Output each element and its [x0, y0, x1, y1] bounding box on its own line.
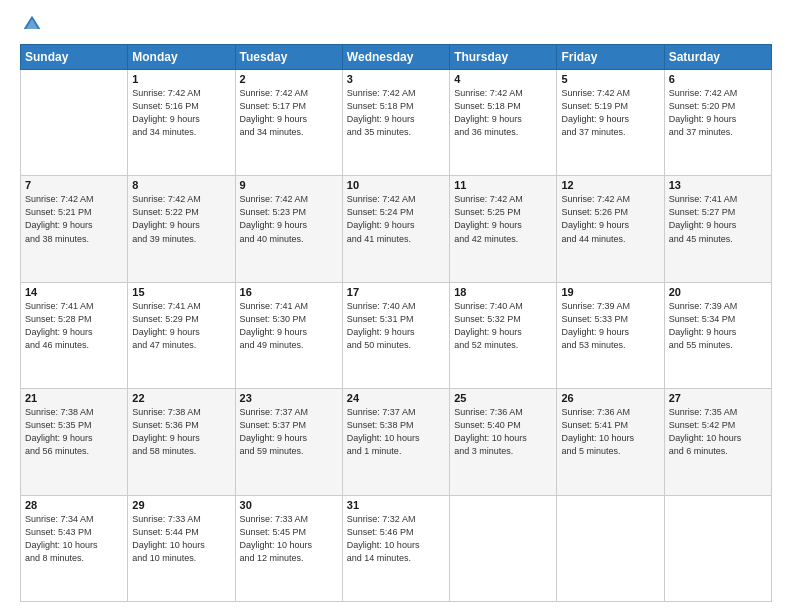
calendar-cell: 21Sunrise: 7:38 AMSunset: 5:35 PMDayligh… — [21, 389, 128, 495]
day-number: 8 — [132, 179, 230, 191]
day-info: Sunrise: 7:42 AMSunset: 5:20 PMDaylight:… — [669, 87, 767, 139]
day-number: 19 — [561, 286, 659, 298]
week-row-1: 1Sunrise: 7:42 AMSunset: 5:16 PMDaylight… — [21, 70, 772, 176]
day-number: 21 — [25, 392, 123, 404]
calendar-cell: 16Sunrise: 7:41 AMSunset: 5:30 PMDayligh… — [235, 282, 342, 388]
calendar-cell: 10Sunrise: 7:42 AMSunset: 5:24 PMDayligh… — [342, 176, 449, 282]
day-number: 31 — [347, 499, 445, 511]
day-number: 7 — [25, 179, 123, 191]
day-info: Sunrise: 7:33 AMSunset: 5:45 PMDaylight:… — [240, 513, 338, 565]
day-number: 27 — [669, 392, 767, 404]
day-number: 1 — [132, 73, 230, 85]
calendar-cell: 30Sunrise: 7:33 AMSunset: 5:45 PMDayligh… — [235, 495, 342, 601]
day-info: Sunrise: 7:41 AMSunset: 5:29 PMDaylight:… — [132, 300, 230, 352]
day-info: Sunrise: 7:42 AMSunset: 5:24 PMDaylight:… — [347, 193, 445, 245]
calendar-cell: 31Sunrise: 7:32 AMSunset: 5:46 PMDayligh… — [342, 495, 449, 601]
day-info: Sunrise: 7:42 AMSunset: 5:18 PMDaylight:… — [347, 87, 445, 139]
page: SundayMondayTuesdayWednesdayThursdayFrid… — [0, 0, 792, 612]
calendar-cell: 14Sunrise: 7:41 AMSunset: 5:28 PMDayligh… — [21, 282, 128, 388]
day-info: Sunrise: 7:37 AMSunset: 5:37 PMDaylight:… — [240, 406, 338, 458]
day-header-monday: Monday — [128, 45, 235, 70]
day-info: Sunrise: 7:42 AMSunset: 5:18 PMDaylight:… — [454, 87, 552, 139]
day-info: Sunrise: 7:39 AMSunset: 5:34 PMDaylight:… — [669, 300, 767, 352]
calendar-cell: 28Sunrise: 7:34 AMSunset: 5:43 PMDayligh… — [21, 495, 128, 601]
day-number: 13 — [669, 179, 767, 191]
day-info: Sunrise: 7:40 AMSunset: 5:31 PMDaylight:… — [347, 300, 445, 352]
logo — [20, 18, 42, 34]
day-info: Sunrise: 7:33 AMSunset: 5:44 PMDaylight:… — [132, 513, 230, 565]
calendar-cell: 24Sunrise: 7:37 AMSunset: 5:38 PMDayligh… — [342, 389, 449, 495]
day-info: Sunrise: 7:42 AMSunset: 5:26 PMDaylight:… — [561, 193, 659, 245]
day-number: 4 — [454, 73, 552, 85]
day-number: 18 — [454, 286, 552, 298]
day-number: 14 — [25, 286, 123, 298]
day-number: 5 — [561, 73, 659, 85]
week-row-4: 21Sunrise: 7:38 AMSunset: 5:35 PMDayligh… — [21, 389, 772, 495]
calendar-cell: 17Sunrise: 7:40 AMSunset: 5:31 PMDayligh… — [342, 282, 449, 388]
calendar-cell: 26Sunrise: 7:36 AMSunset: 5:41 PMDayligh… — [557, 389, 664, 495]
calendar-cell: 12Sunrise: 7:42 AMSunset: 5:26 PMDayligh… — [557, 176, 664, 282]
day-info: Sunrise: 7:38 AMSunset: 5:36 PMDaylight:… — [132, 406, 230, 458]
calendar-cell: 27Sunrise: 7:35 AMSunset: 5:42 PMDayligh… — [664, 389, 771, 495]
calendar-cell: 6Sunrise: 7:42 AMSunset: 5:20 PMDaylight… — [664, 70, 771, 176]
day-info: Sunrise: 7:42 AMSunset: 5:23 PMDaylight:… — [240, 193, 338, 245]
calendar-cell: 7Sunrise: 7:42 AMSunset: 5:21 PMDaylight… — [21, 176, 128, 282]
day-number: 6 — [669, 73, 767, 85]
day-info: Sunrise: 7:32 AMSunset: 5:46 PMDaylight:… — [347, 513, 445, 565]
calendar-cell: 18Sunrise: 7:40 AMSunset: 5:32 PMDayligh… — [450, 282, 557, 388]
calendar-cell: 23Sunrise: 7:37 AMSunset: 5:37 PMDayligh… — [235, 389, 342, 495]
day-number: 26 — [561, 392, 659, 404]
day-number: 10 — [347, 179, 445, 191]
day-info: Sunrise: 7:42 AMSunset: 5:21 PMDaylight:… — [25, 193, 123, 245]
day-info: Sunrise: 7:42 AMSunset: 5:25 PMDaylight:… — [454, 193, 552, 245]
day-header-sunday: Sunday — [21, 45, 128, 70]
header — [20, 18, 772, 34]
calendar-cell: 5Sunrise: 7:42 AMSunset: 5:19 PMDaylight… — [557, 70, 664, 176]
day-number: 22 — [132, 392, 230, 404]
day-number: 17 — [347, 286, 445, 298]
day-header-row: SundayMondayTuesdayWednesdayThursdayFrid… — [21, 45, 772, 70]
calendar-cell: 4Sunrise: 7:42 AMSunset: 5:18 PMDaylight… — [450, 70, 557, 176]
day-info: Sunrise: 7:39 AMSunset: 5:33 PMDaylight:… — [561, 300, 659, 352]
day-number: 9 — [240, 179, 338, 191]
day-number: 30 — [240, 499, 338, 511]
week-row-5: 28Sunrise: 7:34 AMSunset: 5:43 PMDayligh… — [21, 495, 772, 601]
day-number: 15 — [132, 286, 230, 298]
calendar-cell: 25Sunrise: 7:36 AMSunset: 5:40 PMDayligh… — [450, 389, 557, 495]
day-header-wednesday: Wednesday — [342, 45, 449, 70]
calendar-cell: 22Sunrise: 7:38 AMSunset: 5:36 PMDayligh… — [128, 389, 235, 495]
day-info: Sunrise: 7:41 AMSunset: 5:30 PMDaylight:… — [240, 300, 338, 352]
day-number: 25 — [454, 392, 552, 404]
day-info: Sunrise: 7:35 AMSunset: 5:42 PMDaylight:… — [669, 406, 767, 458]
day-info: Sunrise: 7:42 AMSunset: 5:19 PMDaylight:… — [561, 87, 659, 139]
calendar-cell — [21, 70, 128, 176]
calendar-cell: 29Sunrise: 7:33 AMSunset: 5:44 PMDayligh… — [128, 495, 235, 601]
day-info: Sunrise: 7:41 AMSunset: 5:27 PMDaylight:… — [669, 193, 767, 245]
day-info: Sunrise: 7:42 AMSunset: 5:17 PMDaylight:… — [240, 87, 338, 139]
day-number: 24 — [347, 392, 445, 404]
day-info: Sunrise: 7:34 AMSunset: 5:43 PMDaylight:… — [25, 513, 123, 565]
day-info: Sunrise: 7:41 AMSunset: 5:28 PMDaylight:… — [25, 300, 123, 352]
calendar-cell: 1Sunrise: 7:42 AMSunset: 5:16 PMDaylight… — [128, 70, 235, 176]
week-row-3: 14Sunrise: 7:41 AMSunset: 5:28 PMDayligh… — [21, 282, 772, 388]
calendar-cell — [557, 495, 664, 601]
calendar-cell: 9Sunrise: 7:42 AMSunset: 5:23 PMDaylight… — [235, 176, 342, 282]
day-number: 20 — [669, 286, 767, 298]
day-info: Sunrise: 7:36 AMSunset: 5:40 PMDaylight:… — [454, 406, 552, 458]
day-info: Sunrise: 7:42 AMSunset: 5:22 PMDaylight:… — [132, 193, 230, 245]
calendar-cell: 19Sunrise: 7:39 AMSunset: 5:33 PMDayligh… — [557, 282, 664, 388]
calendar-cell: 3Sunrise: 7:42 AMSunset: 5:18 PMDaylight… — [342, 70, 449, 176]
day-info: Sunrise: 7:37 AMSunset: 5:38 PMDaylight:… — [347, 406, 445, 458]
day-number: 12 — [561, 179, 659, 191]
day-info: Sunrise: 7:38 AMSunset: 5:35 PMDaylight:… — [25, 406, 123, 458]
calendar-cell — [664, 495, 771, 601]
day-info: Sunrise: 7:36 AMSunset: 5:41 PMDaylight:… — [561, 406, 659, 458]
calendar-cell: 20Sunrise: 7:39 AMSunset: 5:34 PMDayligh… — [664, 282, 771, 388]
day-number: 23 — [240, 392, 338, 404]
calendar-cell: 8Sunrise: 7:42 AMSunset: 5:22 PMDaylight… — [128, 176, 235, 282]
calendar-table: SundayMondayTuesdayWednesdayThursdayFrid… — [20, 44, 772, 602]
day-number: 16 — [240, 286, 338, 298]
week-row-2: 7Sunrise: 7:42 AMSunset: 5:21 PMDaylight… — [21, 176, 772, 282]
calendar-cell: 13Sunrise: 7:41 AMSunset: 5:27 PMDayligh… — [664, 176, 771, 282]
day-number: 29 — [132, 499, 230, 511]
